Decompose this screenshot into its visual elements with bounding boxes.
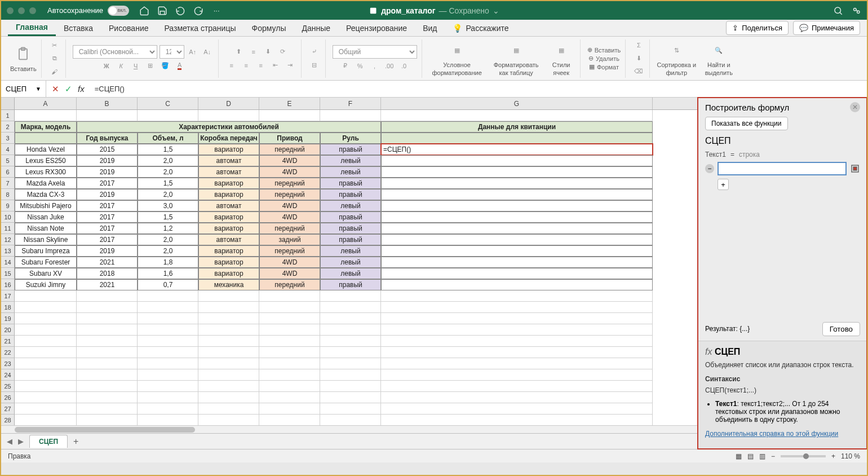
cell-year[interactable]: 2021 xyxy=(77,279,138,290)
cell-receipt[interactable] xyxy=(381,234,653,245)
cell[interactable] xyxy=(77,347,138,358)
cell-model[interactable]: Suzuki Jimny xyxy=(15,279,77,290)
cell-drive[interactable]: 4WD xyxy=(259,268,320,279)
arg-input[interactable] xyxy=(718,162,847,175)
cell[interactable] xyxy=(77,302,138,313)
cell[interactable] xyxy=(77,392,138,403)
cell-model[interactable]: Mazda Axela xyxy=(15,178,77,189)
cell[interactable] xyxy=(259,347,320,358)
increase-decimal-icon[interactable]: .00 xyxy=(383,60,396,72)
cell-gearbox[interactable]: вариатор xyxy=(198,223,259,234)
cell-model[interactable]: Nissan Juke xyxy=(15,211,77,223)
header-gearbox[interactable]: Коробка передач xyxy=(198,133,259,144)
cell-receipt[interactable] xyxy=(381,155,653,166)
header-receipt[interactable]: Данные для квитанции xyxy=(381,121,653,133)
cell[interactable] xyxy=(15,381,77,392)
row-header[interactable]: 24 xyxy=(1,369,15,381)
chevron-down-icon[interactable]: ⌄ xyxy=(493,6,499,15)
tab-view[interactable]: Вид xyxy=(415,21,445,36)
cell[interactable] xyxy=(259,415,320,425)
cell-receipt[interactable] xyxy=(381,211,653,223)
tab-review[interactable]: Рецензирование xyxy=(338,21,415,36)
cell[interactable] xyxy=(198,415,259,425)
cell[interactable] xyxy=(320,336,381,347)
zoom-out-icon[interactable]: − xyxy=(771,452,775,460)
home-icon[interactable] xyxy=(139,6,149,16)
row-header[interactable]: 11 xyxy=(1,223,15,234)
select-all-corner[interactable] xyxy=(1,98,15,109)
cell[interactable] xyxy=(138,358,198,369)
cell[interactable] xyxy=(381,324,653,336)
close-icon[interactable]: ✕ xyxy=(850,102,860,112)
row-header[interactable]: 10 xyxy=(1,211,15,223)
cell-wheel[interactable]: левый xyxy=(320,268,381,279)
tab-layout[interactable]: Разметка страницы xyxy=(157,21,244,36)
cell[interactable] xyxy=(77,336,138,347)
cell[interactable] xyxy=(259,110,320,121)
conditional-format-icon[interactable]: ▦ xyxy=(447,40,467,60)
normal-view-icon[interactable]: ▦ xyxy=(736,452,742,460)
row-header[interactable]: 23 xyxy=(1,358,15,369)
col-header[interactable]: G xyxy=(381,98,653,109)
cell[interactable] xyxy=(381,336,653,347)
prev-sheet-icon[interactable]: ◀ xyxy=(7,437,12,446)
zoom-slider[interactable] xyxy=(781,455,826,457)
cell[interactable] xyxy=(15,336,77,347)
cell-drive[interactable]: передний xyxy=(259,178,320,189)
cell-volume[interactable]: 1,8 xyxy=(138,257,198,268)
cell-volume[interactable]: 2,0 xyxy=(138,234,198,245)
cell[interactable] xyxy=(198,392,259,403)
cell[interactable] xyxy=(77,313,138,324)
col-header[interactable]: C xyxy=(138,98,198,109)
header-model-span[interactable] xyxy=(15,133,77,144)
grid[interactable]: 12Марка, модельХарактеристики автомобиле… xyxy=(1,110,698,425)
cell-receipt[interactable] xyxy=(381,223,653,234)
fill-icon[interactable]: ⬇ xyxy=(632,52,645,64)
cell-receipt[interactable] xyxy=(381,257,653,268)
done-button[interactable]: Готово xyxy=(822,322,860,336)
minimize-dot[interactable] xyxy=(18,7,25,14)
cell[interactable] xyxy=(381,358,653,369)
row-header[interactable]: 4 xyxy=(1,144,15,155)
cell[interactable] xyxy=(138,347,198,358)
formula-input[interactable]: =СЦЕП() xyxy=(90,85,867,93)
cell-drive[interactable]: 4WD xyxy=(259,257,320,268)
tab-home[interactable]: Главная xyxy=(8,20,56,36)
cell-wheel[interactable]: правый xyxy=(320,279,381,290)
cell[interactable] xyxy=(15,392,77,403)
cell[interactable] xyxy=(198,302,259,313)
next-sheet-icon[interactable]: ▶ xyxy=(18,437,24,446)
cell[interactable] xyxy=(320,369,381,381)
cell[interactable] xyxy=(138,324,198,336)
row-header[interactable]: 20 xyxy=(1,324,15,336)
more-help-link[interactable]: Дополнительная справка по этой функции xyxy=(705,430,838,438)
cell[interactable] xyxy=(198,313,259,324)
cell-model[interactable]: Lexus RX300 xyxy=(15,166,77,178)
cell[interactable] xyxy=(381,302,653,313)
cell[interactable] xyxy=(77,369,138,381)
cell[interactable] xyxy=(320,347,381,358)
cell-gearbox[interactable]: вариатор xyxy=(198,144,259,155)
add-sheet-icon[interactable]: + xyxy=(73,437,78,447)
cell-receipt[interactable] xyxy=(381,245,653,257)
header-receipt-span[interactable] xyxy=(381,133,653,144)
copy-icon[interactable]: ⧉ xyxy=(48,52,61,64)
cell[interactable] xyxy=(259,381,320,392)
decrease-font-icon[interactable]: A↓ xyxy=(201,46,214,58)
cell-volume[interactable]: 2,0 xyxy=(138,189,198,200)
cell[interactable] xyxy=(320,392,381,403)
header-wheel[interactable]: Руль xyxy=(320,133,381,144)
cell[interactable] xyxy=(138,302,198,313)
cell-gearbox[interactable]: вариатор xyxy=(198,268,259,279)
name-box[interactable]: СЦЕП▼ xyxy=(1,81,46,97)
header-volume[interactable]: Объем, л xyxy=(138,133,198,144)
cell-volume[interactable]: 2,0 xyxy=(138,155,198,166)
cell-gearbox[interactable]: автомат xyxy=(198,234,259,245)
page-layout-icon[interactable]: ▤ xyxy=(747,452,754,460)
search-icon[interactable] xyxy=(833,6,843,16)
cell-wheel[interactable]: правый xyxy=(320,223,381,234)
col-header[interactable]: E xyxy=(259,98,320,109)
cell[interactable] xyxy=(15,313,77,324)
cell-year[interactable]: 2018 xyxy=(77,268,138,279)
format-cells[interactable]: ▦Формат xyxy=(589,63,619,70)
